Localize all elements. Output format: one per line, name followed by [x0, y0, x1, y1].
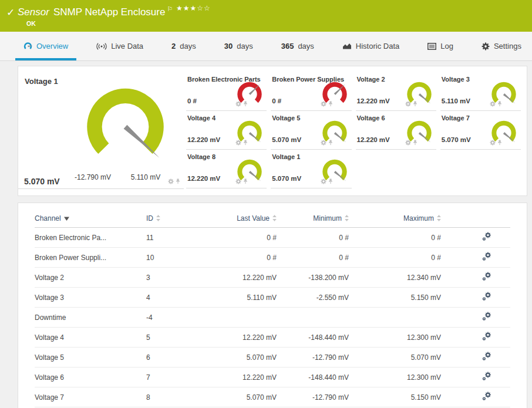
table-row: Voltage 785.070 mV-12.790 mV5.150 mV — [35, 387, 510, 407]
tab-overview[interactable]: Overview — [15, 32, 76, 60]
cell-channel: Voltage 5 — [35, 348, 146, 367]
mini-gauge-controls — [235, 99, 248, 109]
star-empty-icon[interactable]: ☆ — [197, 4, 204, 12]
column-header-id[interactable]: ID — [146, 209, 211, 228]
column-header-channel[interactable]: Channel — [35, 209, 146, 228]
gear-icon[interactable] — [490, 137, 496, 148]
primary-gauge-cell[interactable]: Voltage 1 -12.790 mV 5.110 mV 5.070 mV — [18, 72, 184, 189]
channel-settings-icon[interactable] — [482, 272, 491, 281]
channel-settings-icon[interactable] — [482, 372, 491, 381]
star-filled-icon[interactable]: ★ — [190, 4, 197, 12]
tab-label: Overview — [36, 42, 68, 50]
primary-gauge-max-label: 5.110 mV — [119, 173, 172, 181]
pin-icon[interactable] — [328, 99, 333, 109]
cell-last-value: 5.070 mV — [211, 348, 277, 367]
mini-gauge-cell[interactable]: Voltage 15.070 mV — [271, 150, 351, 188]
star-empty-icon[interactable]: ☆ — [204, 4, 211, 12]
column-header-last-value[interactable]: Last Value — [211, 209, 277, 228]
cell-minimum: 0 # — [277, 228, 349, 248]
pin-icon[interactable] — [243, 137, 248, 148]
gear-icon[interactable] — [405, 99, 411, 109]
mini-gauge-cell[interactable]: Voltage 212.220 mV — [356, 72, 436, 111]
star-rating[interactable]: ★★★☆☆ — [176, 4, 211, 12]
channels-table-head: ChannelIDLast ValueMinimumMaximum — [35, 209, 510, 228]
cell-maximum: 5.070 mV — [349, 348, 441, 367]
channels-panel: ChannelIDLast ValueMinimumMaximum Broken… — [18, 203, 527, 408]
gear-icon[interactable] — [321, 176, 326, 187]
pin-icon[interactable] — [413, 99, 417, 109]
gear-icon[interactable] — [168, 176, 174, 187]
pin-icon[interactable] — [243, 176, 248, 187]
mini-gauge-cell[interactable]: Voltage 612.220 mV — [356, 111, 436, 150]
tab-historic-data[interactable]: Historic Data — [334, 32, 408, 60]
pin-icon[interactable] — [328, 176, 333, 187]
tab-label: Log — [440, 42, 453, 50]
pin-icon[interactable] — [176, 176, 180, 187]
table-row: Voltage 2312.220 mV-138.200 mV12.340 mV — [35, 268, 510, 288]
cell-maximum: 12.300 mV — [349, 367, 441, 387]
mini-gauge-value: 12.220 mV — [187, 136, 220, 143]
tab-log[interactable]: Log — [419, 32, 462, 60]
gear-icon[interactable] — [235, 176, 241, 187]
pin-icon[interactable] — [497, 99, 502, 109]
channel-settings-icon[interactable] — [482, 312, 491, 321]
column-header-maximum[interactable]: Maximum — [349, 209, 441, 228]
cell-id: 10 — [146, 248, 211, 268]
channel-settings-icon[interactable] — [482, 252, 491, 261]
mini-gauge-cell[interactable]: Broken Power Supplies0 # — [271, 72, 351, 111]
mini-gauge-cell[interactable]: Voltage 412.220 mV — [186, 111, 267, 150]
mini-gauge-value: 12.220 mV — [187, 175, 220, 182]
channel-settings-icon[interactable] — [482, 232, 491, 241]
gear-icon[interactable] — [235, 137, 241, 148]
mini-gauge-value: 5.070 mV — [442, 136, 471, 143]
channels-table-body: Broken Electronic Pa...110 #0 #0 #Broken… — [35, 228, 510, 408]
cell-maximum: 5.150 mV — [349, 387, 441, 407]
pin-icon[interactable] — [413, 137, 417, 148]
pin-icon[interactable] — [243, 99, 248, 109]
tab-settings[interactable]: Settings — [473, 32, 530, 60]
cell-last-value: 0 # — [211, 248, 277, 268]
cell-channel: Voltage 3 — [35, 288, 146, 308]
sensor-title-line: SensorSNMP NetApp Enclosure⚐ — [18, 5, 173, 18]
mini-gauge-cell[interactable]: Voltage 812.220 mV — [186, 150, 267, 188]
chart-icon — [342, 42, 352, 50]
channel-settings-icon[interactable] — [482, 292, 491, 301]
mini-gauge-title: Voltage 5 — [272, 114, 300, 122]
flag-icon[interactable]: ⚐ — [167, 5, 173, 12]
log-icon — [427, 43, 436, 50]
tab-2-days[interactable]: 2days — [163, 32, 204, 60]
tab-30-days[interactable]: 30days — [216, 32, 261, 60]
tab-number: 2 — [171, 42, 176, 50]
channel-settings-icon[interactable] — [482, 392, 491, 401]
mini-gauge-cell[interactable]: Voltage 75.070 mV — [440, 111, 521, 150]
tab-live-data[interactable]: Live Data — [88, 32, 151, 60]
gear-icon[interactable] — [405, 137, 411, 148]
mini-gauge-title: Voltage 2 — [357, 76, 385, 83]
cell-maximum: 12.300 mV — [349, 328, 441, 348]
mini-gauge-cell[interactable]: Voltage 55.070 mV — [271, 111, 351, 150]
ok-check-icon: ✓ — [6, 6, 15, 19]
star-filled-icon[interactable]: ★ — [176, 4, 183, 12]
channel-settings-icon[interactable] — [482, 332, 491, 341]
gear-icon[interactable] — [321, 99, 326, 109]
cell-id: 8 — [146, 387, 211, 407]
pin-icon[interactable] — [328, 137, 333, 148]
mini-gauge-title: Voltage 3 — [442, 76, 470, 83]
star-filled-icon[interactable]: ★ — [183, 4, 190, 12]
gear-icon[interactable] — [321, 137, 326, 148]
cell-minimum: -2.550 mV — [277, 288, 349, 308]
mini-gauge-value: 5.070 mV — [272, 175, 301, 182]
cell-last-value: 12.220 mV — [211, 268, 277, 288]
gear-icon[interactable] — [235, 99, 241, 109]
channel-settings-icon[interactable] — [482, 352, 491, 361]
tab-365-days[interactable]: 365days — [273, 32, 322, 60]
table-row: Voltage 565.070 mV-12.790 mV5.070 mV — [35, 348, 510, 367]
pin-icon[interactable] — [497, 137, 502, 148]
mini-gauge-cell[interactable]: Broken Electronic Parts0 # — [186, 72, 267, 111]
tab-label: Settings — [494, 42, 521, 50]
cell-maximum: 12.340 mV — [349, 268, 441, 288]
mini-gauge-cell[interactable]: Voltage 35.110 mV — [440, 72, 521, 111]
column-header-minimum[interactable]: Minimum — [277, 209, 349, 228]
cell-minimum: -138.200 mV — [277, 268, 349, 288]
gear-icon[interactable] — [490, 99, 496, 109]
